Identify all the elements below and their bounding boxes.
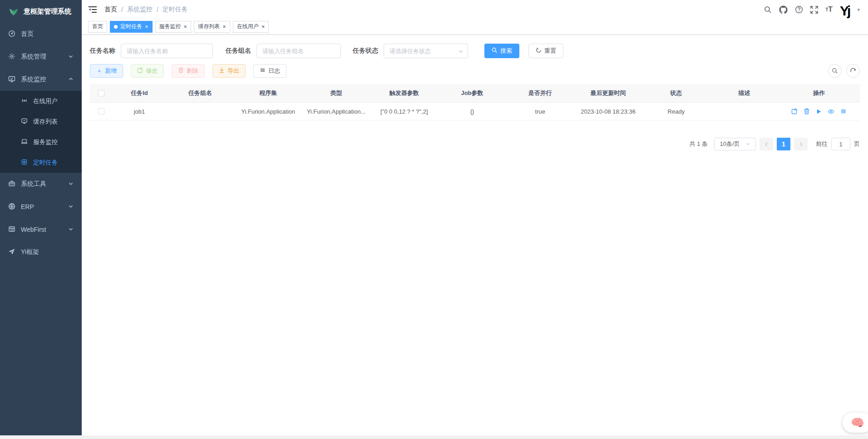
- refresh-icon: [536, 47, 542, 55]
- page-size-select[interactable]: 10条/页: [714, 138, 756, 150]
- cell-type: Yi.Furion.Application...: [302, 108, 370, 115]
- refresh-table-button[interactable]: [846, 64, 860, 78]
- task-status-label: 任务状态: [353, 47, 378, 55]
- sidebar-item-webfirst[interactable]: WebFirst: [0, 218, 82, 241]
- next-page-button[interactable]: [794, 138, 808, 150]
- breadcrumb-separator: /: [157, 6, 158, 13]
- table-header-row: 任务Id 任务组名 程序集 类型 触发器参数 Job参数 是否并行 最后更新时间…: [90, 84, 860, 102]
- sidebar-item-system-monitor[interactable]: 系统监控: [0, 68, 82, 91]
- delete-button[interactable]: 删除: [172, 64, 205, 78]
- chevron-down-icon[interactable]: ▾: [857, 7, 860, 13]
- sidebar-item-label: WebFirst: [21, 226, 46, 233]
- row-delete-icon[interactable]: [804, 108, 810, 115]
- chevron-down-icon: [68, 203, 74, 210]
- task-name-input[interactable]: [121, 44, 213, 58]
- topbar-actions: TT Yj ▾: [764, 1, 860, 18]
- col-task-id: 任务Id: [113, 89, 166, 97]
- sidebar-item-online-users[interactable]: 在线用户: [0, 91, 82, 111]
- edit-button[interactable]: 修改: [131, 64, 164, 78]
- sidebar-item-service-monitor[interactable]: 服务监控: [0, 132, 82, 152]
- tab-cron-tasks[interactable]: 定时任务 ×: [110, 21, 153, 33]
- task-group-input[interactable]: [256, 44, 341, 58]
- tab-label: 服务监控: [159, 23, 181, 30]
- download-icon: [219, 67, 225, 75]
- server-icon: [21, 138, 28, 146]
- topbar: 首页 / 系统监控 / 定时任务 TT Yj ▾: [82, 0, 868, 19]
- row-view-icon[interactable]: [828, 108, 834, 115]
- sidebar-item-home[interactable]: 首页: [0, 23, 82, 45]
- avatar[interactable]: Yj: [840, 1, 849, 18]
- breadcrumb-home[interactable]: 首页: [104, 5, 117, 14]
- tab-online-users[interactable]: 在线用户 ×: [233, 21, 269, 33]
- reset-button[interactable]: 重置: [528, 44, 563, 58]
- sidebar-item-erp[interactable]: ERP: [0, 195, 82, 218]
- cell-trigger-params: ["0 0 0,12 ? * ?",2]: [370, 108, 438, 115]
- col-updated-at: 最后更新时间: [574, 89, 642, 97]
- tab-label: 缓存列表: [198, 23, 220, 30]
- tab-label: 首页: [92, 23, 103, 30]
- task-status-select-input[interactable]: [384, 44, 468, 58]
- monitor-icon: [8, 75, 15, 84]
- sidebar-item-label: 服务监控: [33, 138, 58, 146]
- close-icon[interactable]: ×: [261, 24, 265, 30]
- github-icon[interactable]: [779, 5, 788, 14]
- row-run-icon[interactable]: [816, 108, 822, 115]
- close-icon[interactable]: ×: [145, 24, 148, 30]
- sidebar-item-cron-tasks[interactable]: 定时任务: [0, 152, 82, 173]
- sidebar-item-system-tools[interactable]: 系统工具: [0, 173, 82, 195]
- tab-home[interactable]: 首页: [88, 21, 107, 33]
- prev-page-button[interactable]: [760, 138, 773, 150]
- tab-service-monitor[interactable]: 服务监控 ×: [155, 21, 192, 33]
- chevron-down-icon: [68, 226, 74, 233]
- sidebar-item-cache-list[interactable]: 缓存列表: [0, 111, 82, 132]
- search-icon[interactable]: [764, 6, 772, 14]
- sidebar-item-label: 系统工具: [21, 180, 46, 188]
- page-content: 任务名称 任务组名 任务状态 搜索 重置: [82, 35, 868, 150]
- assistant-fab[interactable]: 🧠: [843, 413, 868, 433]
- select-all-checkbox[interactable]: [98, 90, 104, 96]
- cache-icon: [21, 118, 28, 126]
- row-actions: [778, 108, 860, 115]
- toolbox-icon: [8, 180, 15, 189]
- tab-cache-list[interactable]: 缓存列表 ×: [194, 21, 230, 33]
- sidebar-item-label: 系统监控: [21, 75, 46, 84]
- sidebar: 意框架管理系统 首页 系统管理 系统监控 在线用户 缓存列表 服务监控 定时任务: [0, 0, 82, 435]
- list-icon: [260, 67, 266, 75]
- fullscreen-icon[interactable]: [810, 6, 818, 14]
- tags-view-bar: 首页 定时任务 × 服务监控 × 缓存列表 × 在线用户 ×: [82, 19, 868, 35]
- close-icon[interactable]: ×: [184, 24, 187, 30]
- col-status: 状态: [642, 89, 710, 97]
- close-icon[interactable]: ×: [222, 24, 226, 30]
- row-log-icon[interactable]: [840, 108, 847, 115]
- row-edit-icon[interactable]: [791, 108, 798, 115]
- col-trigger-params: 触发器参数: [370, 89, 438, 97]
- app-logo[interactable]: 意框架管理系统: [0, 0, 82, 23]
- sidebar-collapse-icon[interactable]: [88, 5, 97, 14]
- horizontal-scrollbar[interactable]: [0, 435, 868, 439]
- tasks-table: 任务Id 任务组名 程序集 类型 触发器参数 Job参数 是否并行 最后更新时间…: [90, 84, 860, 120]
- sidebar-item-system-admin[interactable]: 系统管理: [0, 45, 82, 68]
- sidebar-item-label: 首页: [21, 30, 34, 38]
- task-group-label: 任务组名: [226, 47, 251, 55]
- globe-icon: [8, 203, 15, 211]
- help-icon[interactable]: [795, 5, 803, 14]
- sidebar-item-label: ERP: [21, 203, 34, 210]
- sidebar-item-label: 在线用户: [33, 97, 58, 105]
- goto-page-input[interactable]: [831, 138, 850, 150]
- page-number-button[interactable]: 1: [777, 138, 790, 150]
- add-button[interactable]: ＋ 新增: [90, 64, 123, 78]
- breadcrumb-current: 定时任务: [163, 5, 188, 14]
- table-row[interactable]: job1 Yi.Furion.Application Yi.Furion.App…: [90, 102, 860, 120]
- trash-icon: [178, 67, 184, 75]
- export-button[interactable]: 导出: [212, 64, 246, 78]
- col-task-group: 任务组名: [166, 89, 234, 97]
- font-size-icon[interactable]: TT: [825, 5, 833, 14]
- toolbar-right: [828, 64, 860, 78]
- search-button[interactable]: 搜索: [484, 44, 519, 58]
- row-checkbox[interactable]: [98, 108, 104, 115]
- grid-icon: [8, 225, 15, 234]
- toggle-search-button[interactable]: [828, 64, 842, 78]
- log-button[interactable]: 日志: [253, 64, 286, 78]
- task-status-select[interactable]: [384, 44, 468, 58]
- sidebar-item-yi-framework[interactable]: Yi框架: [0, 241, 82, 264]
